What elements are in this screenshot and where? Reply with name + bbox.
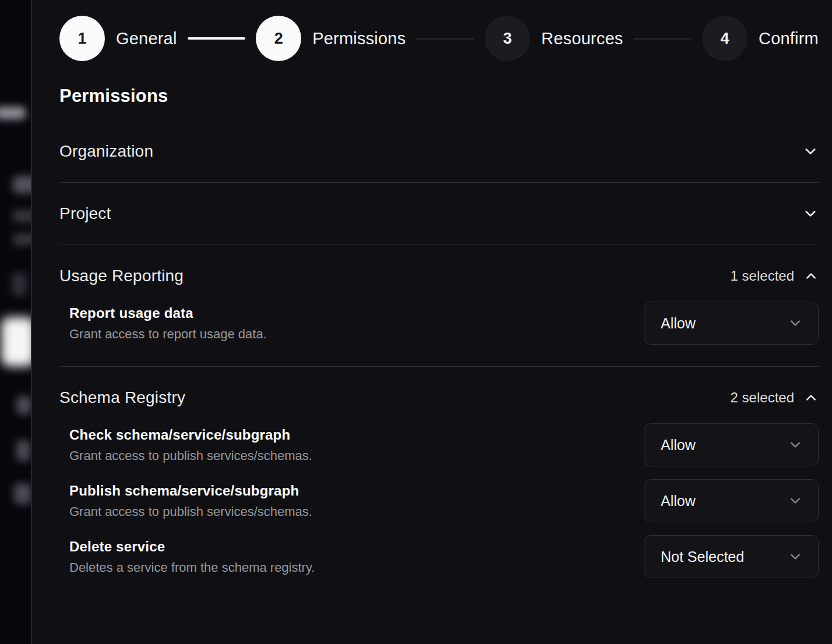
- chevron-down-icon: [788, 494, 803, 508]
- permission-description: Grant access to report usage data.: [69, 327, 267, 342]
- permission-row-check-schema: Check schema/service/subgraph Grant acce…: [59, 423, 819, 466]
- section-header-project[interactable]: Project: [59, 204, 819, 223]
- permission-select-check-schema[interactable]: Allow: [644, 423, 819, 466]
- step-number-badge: 1: [59, 16, 105, 61]
- permission-select-report-usage-data[interactable]: Allow: [644, 302, 819, 345]
- step-number: 4: [721, 30, 729, 48]
- chevron-down-icon: [788, 316, 803, 330]
- permission-text: Delete service Deletes a service from th…: [59, 539, 315, 575]
- permission-row-publish-schema: Publish schema/service/subgraph Grant ac…: [59, 479, 819, 522]
- permission-row-delete-service: Delete service Deletes a service from th…: [59, 535, 819, 578]
- step-connector: [633, 38, 692, 40]
- section-project: Project: [59, 183, 819, 245]
- step-resources[interactable]: 3 Resources: [485, 16, 623, 61]
- blurred-sidebar-text: [13, 233, 31, 246]
- select-value: Allow: [661, 493, 696, 509]
- select-value: Not Selected: [661, 549, 744, 565]
- section-header-right: [802, 144, 819, 159]
- blurred-active-button: [1, 317, 31, 366]
- step-label: Resources: [541, 29, 623, 48]
- permission-description: Grant access to publish services/schemas…: [69, 448, 312, 463]
- chevron-up-icon[interactable]: [803, 391, 819, 405]
- page-title: Permissions: [59, 86, 819, 107]
- step-number-badge: 4: [702, 16, 748, 61]
- section-schema-registry: Schema Registry 2 selected Check schema/…: [59, 367, 819, 600]
- screen: 1 General 2 Permissions 3 Resources: [0, 0, 832, 644]
- chevron-down-icon: [788, 550, 803, 564]
- section-header-right: 2 selected: [731, 390, 819, 406]
- section-title: Schema Registry: [59, 388, 185, 407]
- permission-text: Check schema/service/subgraph Grant acce…: [59, 427, 312, 463]
- step-confirm[interactable]: 4 Confirm: [702, 16, 819, 61]
- step-general[interactable]: 1 General: [59, 16, 177, 61]
- blurred-sidebar-icon: [12, 273, 27, 296]
- permission-description: Grant access to publish services/schemas…: [69, 504, 312, 519]
- section-title: Project: [59, 204, 111, 223]
- step-number: 1: [77, 30, 86, 48]
- step-label: Permissions: [312, 29, 406, 48]
- permission-title: Delete service: [69, 539, 315, 555]
- select-value: Allow: [661, 315, 696, 332]
- step-number-badge: 2: [256, 16, 301, 61]
- permission-title: Publish schema/service/subgraph: [69, 483, 312, 499]
- section-header-right: 1 selected: [731, 268, 819, 284]
- permission-text: Publish schema/service/subgraph Grant ac…: [59, 483, 312, 519]
- permission-text: Report usage data Grant access to report…: [59, 305, 267, 342]
- permission-title: Check schema/service/subgraph: [69, 427, 312, 443]
- chevron-down-icon: [788, 438, 803, 452]
- blurred-sidebar-text: [14, 483, 31, 504]
- section-usage-reporting: Usage Reporting 1 selected Report usage …: [59, 245, 819, 367]
- section-header-right: [802, 206, 819, 221]
- permission-sections: Organization Project: [59, 121, 819, 611]
- chevron-down-icon[interactable]: [802, 206, 819, 221]
- step-number: 2: [274, 30, 283, 48]
- blurred-sidebar-text: [13, 210, 31, 222]
- step-number: 3: [503, 30, 512, 48]
- section-header-organization[interactable]: Organization: [59, 142, 819, 161]
- permission-row-report-usage-data: Report usage data Grant access to report…: [59, 302, 819, 345]
- wizard-stepper: 1 General 2 Permissions 3 Resources: [59, 16, 819, 61]
- permission-select-publish-schema[interactable]: Allow: [644, 479, 819, 522]
- blurred-sidebar-text: [16, 396, 31, 415]
- chevron-up-icon[interactable]: [803, 269, 819, 283]
- selected-count-badge: 1 selected: [731, 268, 794, 284]
- blurred-sidebar-text: [16, 440, 30, 461]
- permission-title: Report usage data: [69, 305, 267, 321]
- step-permissions[interactable]: 2 Permissions: [256, 16, 406, 61]
- step-connector: [188, 37, 246, 40]
- section-header-usage-reporting[interactable]: Usage Reporting 1 selected: [59, 267, 819, 285]
- step-number-badge: 3: [485, 16, 530, 61]
- section-organization: Organization: [59, 121, 819, 183]
- background-page-blurred: [0, 0, 31, 644]
- step-connector: [416, 38, 474, 40]
- wizard-panel: 1 General 2 Permissions 3 Resources: [31, 0, 832, 644]
- blurred-sidebar-text: [13, 176, 31, 193]
- section-title: Usage Reporting: [59, 267, 184, 285]
- permission-select-delete-service[interactable]: Not Selected: [644, 535, 819, 578]
- section-title: Organization: [59, 142, 153, 161]
- select-value: Allow: [661, 437, 696, 454]
- blurred-sidebar-item: [0, 107, 26, 119]
- step-label: Confirm: [759, 29, 819, 48]
- permission-description: Deletes a service from the schema regist…: [69, 560, 315, 575]
- selected-count-badge: 2 selected: [731, 390, 794, 406]
- chevron-down-icon[interactable]: [802, 144, 819, 159]
- section-header-schema-registry[interactable]: Schema Registry 2 selected: [59, 388, 819, 407]
- step-label: General: [116, 29, 177, 48]
